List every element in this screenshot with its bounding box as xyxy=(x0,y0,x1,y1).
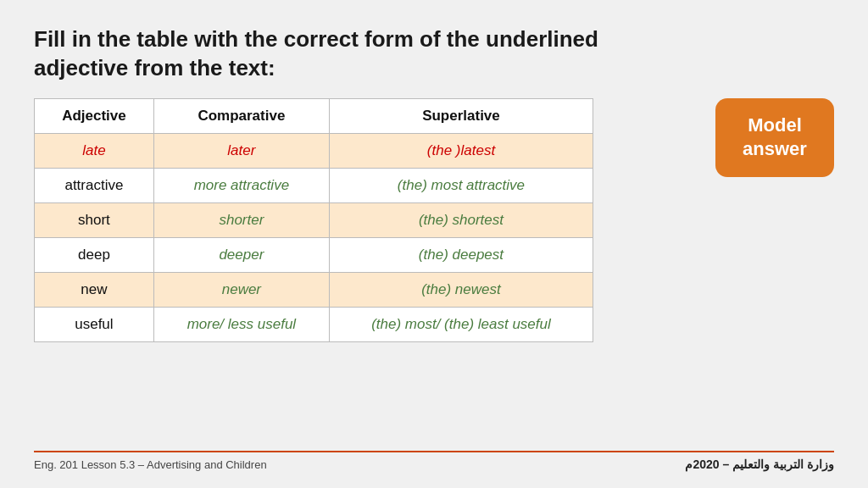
title: Fill in the table with the correct form … xyxy=(34,25,678,83)
table-row: newnewer(the) newest xyxy=(35,272,593,307)
cell-superlative: (the) newest xyxy=(329,272,593,307)
table-header-row: Adjective Comparative Superlative xyxy=(35,98,593,133)
table-row: deepdeeper(the) deepest xyxy=(35,237,593,272)
model-answer-box: Model answer xyxy=(715,98,834,177)
slide: Fill in the table with the correct form … xyxy=(0,0,868,488)
header-adjective: Adjective xyxy=(35,98,154,133)
footer-left: Eng. 201 Lesson 5.3 – Advertising and Ch… xyxy=(34,458,267,471)
table-row: shortshorter(the) shortest xyxy=(35,202,593,237)
cell-superlative: (the) most attractive xyxy=(329,168,593,202)
cell-adjective: new xyxy=(35,272,154,307)
table-row: latelater(the )latest xyxy=(35,133,593,168)
footer-right: وزارة التربية والتعليم – 2020م xyxy=(685,458,834,471)
cell-adjective: useful xyxy=(35,307,154,341)
footer: Eng. 201 Lesson 5.3 – Advertising and Ch… xyxy=(34,451,834,471)
cell-comparative: more/ less useful xyxy=(153,307,329,341)
cell-comparative: deeper xyxy=(153,237,329,272)
cell-adjective: short xyxy=(35,202,154,237)
adjective-table: Adjective Comparative Superlative latela… xyxy=(34,98,593,342)
header-superlative: Superlative xyxy=(329,98,593,133)
table-row: usefulmore/ less useful(the) most/ (the)… xyxy=(35,307,593,341)
model-answer-label: Model answer xyxy=(743,114,807,160)
cell-superlative: (the) most/ (the) least useful xyxy=(329,307,593,341)
cell-superlative: (the) shortest xyxy=(329,202,593,237)
cell-adjective: attractive xyxy=(35,168,154,202)
cell-superlative: (the) deepest xyxy=(329,237,593,272)
content-area: Adjective Comparative Superlative latela… xyxy=(34,98,834,442)
cell-adjective: late xyxy=(35,133,154,168)
cell-superlative: (the )latest xyxy=(329,133,593,168)
cell-adjective: deep xyxy=(35,237,154,272)
header-comparative: Comparative xyxy=(153,98,329,133)
cell-comparative: later xyxy=(153,133,329,168)
cell-comparative: newer xyxy=(153,272,329,307)
cell-comparative: more attractive xyxy=(153,168,329,202)
cell-comparative: shorter xyxy=(153,202,329,237)
table-row: attractivemore attractive(the) most attr… xyxy=(35,168,593,202)
table-wrapper: Adjective Comparative Superlative latela… xyxy=(34,98,698,342)
